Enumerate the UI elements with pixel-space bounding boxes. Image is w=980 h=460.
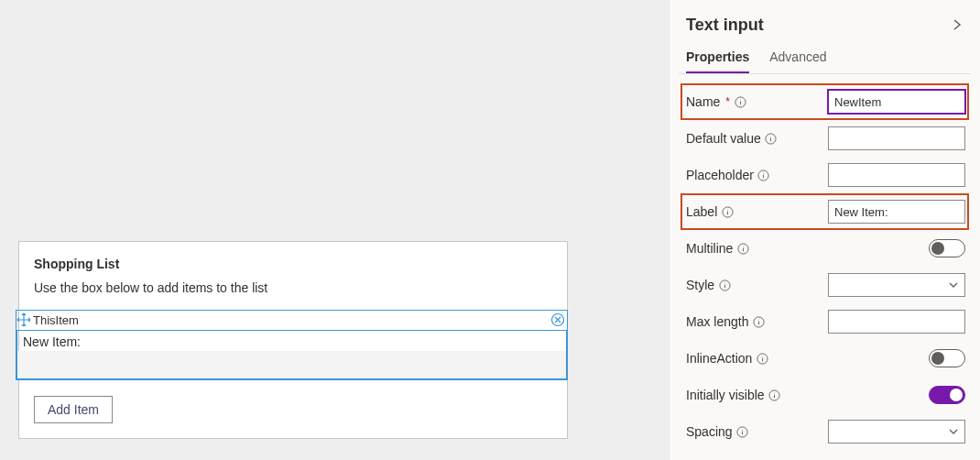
canvas-area[interactable]: Shopping List Use the box below to add i… bbox=[0, 0, 669, 460]
new-item-textbox[interactable] bbox=[17, 351, 566, 378]
style-label: Style bbox=[686, 278, 714, 292]
info-icon[interactable] bbox=[718, 279, 731, 291]
selected-control-outline[interactable]: ThisItem New Item: bbox=[16, 310, 568, 380]
prop-row-multiline: Multiline bbox=[681, 230, 969, 267]
prop-row-inlineaction: InlineAction bbox=[681, 340, 969, 377]
tab-properties[interactable]: Properties bbox=[686, 44, 749, 73]
panel-title: Text input bbox=[686, 16, 764, 35]
name-label: Name bbox=[686, 94, 720, 109]
new-item-label: New Item: bbox=[17, 331, 566, 351]
prop-row-default: Default value bbox=[681, 120, 969, 157]
inlineaction-toggle[interactable] bbox=[929, 349, 965, 367]
add-item-button[interactable]: Add Item bbox=[34, 396, 113, 423]
label-label: Label bbox=[686, 204, 717, 219]
default-input[interactable] bbox=[828, 126, 965, 150]
properties-panel: Text input Properties Advanced Name * De… bbox=[669, 0, 980, 460]
new-item-control[interactable]: New Item: bbox=[16, 330, 567, 379]
info-icon[interactable] bbox=[768, 389, 781, 401]
chevron-down-icon bbox=[948, 426, 959, 437]
placeholder-label: Placeholder bbox=[686, 168, 754, 182]
default-label: Default value bbox=[686, 131, 761, 146]
prop-row-spacing: Spacing bbox=[681, 413, 969, 450]
remove-control-icon[interactable] bbox=[550, 312, 565, 327]
prop-row-style: Style bbox=[681, 267, 969, 303]
prop-row-label: Label bbox=[681, 193, 969, 230]
info-icon[interactable] bbox=[736, 242, 749, 255]
info-icon[interactable] bbox=[734, 95, 746, 108]
initvisible-label: Initially visible bbox=[686, 388, 765, 402]
tab-advanced[interactable]: Advanced bbox=[769, 44, 826, 73]
prop-row-initvisible: Initially visible bbox=[681, 377, 969, 413]
selection-name: ThisItem bbox=[33, 313, 79, 327]
maxlength-label: Max length bbox=[686, 314, 748, 329]
info-icon[interactable] bbox=[765, 132, 778, 145]
move-handle-icon[interactable] bbox=[16, 312, 31, 327]
card-subtitle: Use the box below to add items to the li… bbox=[34, 280, 552, 295]
panel-tabs: Properties Advanced bbox=[679, 44, 971, 74]
info-icon[interactable] bbox=[752, 315, 765, 328]
selection-header[interactable]: ThisItem bbox=[16, 311, 567, 330]
spacing-select[interactable] bbox=[828, 420, 965, 444]
prop-row-name: Name * bbox=[681, 83, 969, 120]
style-select[interactable] bbox=[828, 273, 965, 297]
expand-panel-icon[interactable] bbox=[947, 15, 967, 35]
chevron-down-icon bbox=[948, 279, 959, 290]
prop-row-maxlength: Max length bbox=[681, 303, 969, 340]
multiline-label: Multiline bbox=[686, 241, 733, 256]
initvisible-toggle[interactable] bbox=[929, 386, 965, 404]
name-input[interactable] bbox=[828, 90, 965, 114]
prop-row-placeholder: Placeholder bbox=[681, 157, 969, 193]
maxlength-input[interactable] bbox=[828, 310, 965, 334]
multiline-toggle[interactable] bbox=[929, 239, 965, 257]
info-icon[interactable] bbox=[756, 352, 768, 365]
card-title: Shopping List bbox=[34, 257, 552, 271]
placeholder-input[interactable] bbox=[828, 163, 965, 187]
info-icon[interactable] bbox=[721, 205, 734, 218]
label-input[interactable] bbox=[828, 200, 965, 224]
required-star: * bbox=[725, 95, 730, 108]
spacing-label: Spacing bbox=[686, 424, 733, 439]
info-icon[interactable] bbox=[757, 169, 770, 181]
info-icon[interactable] bbox=[736, 425, 749, 438]
inlineaction-label: InlineAction bbox=[686, 351, 752, 366]
